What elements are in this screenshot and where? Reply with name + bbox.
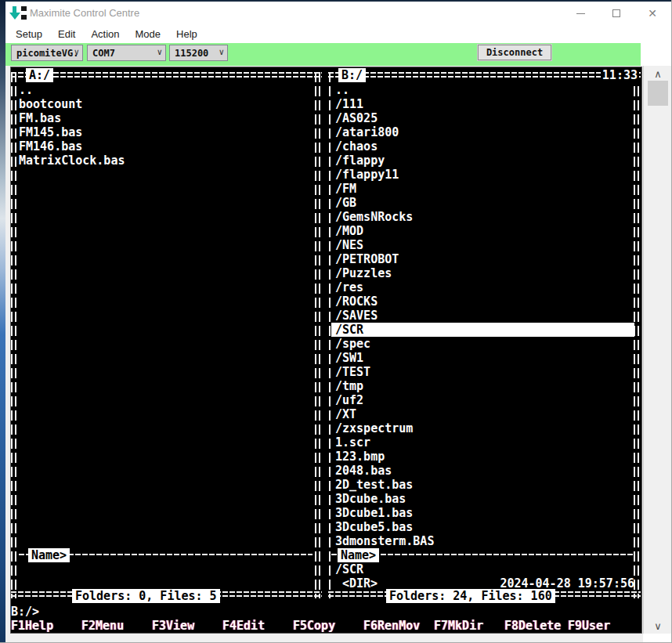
file-entry[interactable]: /uf2 — [331, 393, 634, 407]
selected-file-name: /SCR — [331, 562, 633, 576]
file-entry[interactable]: 3Dcube1.bas — [331, 506, 634, 520]
menu-item[interactable]: Edit — [50, 25, 83, 43]
left-pane-file-list: ..bootcountFM.basFM145.basFM146.basMatri… — [14, 83, 314, 168]
right-pane-name-label: Name> — [338, 548, 379, 562]
fkey[interactable]: F2Menu — [81, 619, 124, 633]
file-entry[interactable]: /MOD — [331, 224, 634, 238]
file-entry[interactable]: /atari800 — [331, 125, 634, 139]
function-key-bar: F1HelpF2MenuF3ViewF4EditF5CopyF6RenMovF7… — [11, 619, 641, 633]
file-entry[interactable]: 123.bmp — [331, 450, 634, 464]
fkey[interactable]: F7MkDir — [434, 619, 483, 633]
title-bar: Maximite Control Centre ✕ — [5, 2, 672, 25]
baud-rate-select[interactable]: 115200 ∨ — [169, 45, 228, 61]
menu-item[interactable]: Setup — [8, 25, 50, 43]
menu-item[interactable]: Mode — [128, 25, 169, 43]
file-entry[interactable]: bootcount — [14, 97, 314, 111]
left-pane-status: Folders: 0, Files: 5 — [72, 589, 220, 603]
right-pane-file-list: ../111/AS025/atari800/chaos/flappy/flapp… — [331, 83, 634, 548]
left-pane: A:/ ..bootcountFM.basFM145.basFM146.basM… — [11, 72, 322, 598]
file-entry[interactable]: /GemsNRocks — [331, 210, 634, 224]
fkey[interactable]: F4Edit — [222, 619, 265, 633]
command-prompt[interactable]: B:/> — [11, 605, 39, 619]
fkey[interactable]: F3View — [152, 619, 194, 633]
file-entry[interactable]: /111 — [331, 97, 634, 111]
chevron-down-icon: ∨ — [74, 47, 79, 57]
fkey[interactable]: F6RenMov — [363, 619, 420, 633]
vertical-scrollbar[interactable]: ∧ ∨ — [643, 66, 672, 634]
selected-file-type: <DIR> — [331, 576, 378, 591]
file-entry[interactable]: /Puzzles — [331, 266, 634, 280]
file-entry[interactable]: /GB — [331, 196, 634, 210]
desktop-edge-strip — [0, 0, 5, 642]
com-port-select[interactable]: COM7 ∨ — [87, 45, 166, 61]
baud-rate-select-value: 115200 — [175, 48, 208, 59]
terminal-screen: A:/ ..bootcountFM.basFM145.basFM146.basM… — [10, 67, 642, 634]
menu-item[interactable]: Help — [168, 25, 205, 43]
app-window: Maximite Control Centre ✕ SetupEditActio… — [0, 0, 672, 643]
file-entry[interactable]: /NES — [331, 238, 634, 252]
chevron-down-icon: ∨ — [157, 47, 162, 57]
file-entry[interactable]: FM145.bas — [14, 125, 314, 139]
file-entry[interactable]: /FM — [331, 182, 634, 196]
scroll-down-arrow-icon[interactable]: ∨ — [644, 618, 672, 634]
disconnect-button[interactable]: Disconnect — [478, 45, 551, 60]
file-entry[interactable]: /TEST — [331, 365, 634, 379]
file-entry[interactable]: /res — [331, 280, 634, 294]
file-entry[interactable]: 2D_test.bas — [331, 478, 634, 492]
fkey[interactable]: F9User — [568, 619, 610, 633]
scrollbar-thumb[interactable] — [648, 81, 668, 106]
file-entry[interactable]: 1.scr — [331, 435, 634, 450]
chevron-down-icon: ∨ — [219, 47, 224, 57]
fkey[interactable]: F8Delete — [504, 619, 561, 633]
menu-item[interactable]: Action — [83, 25, 127, 43]
maximize-button[interactable] — [598, 2, 634, 25]
file-entry[interactable]: /PETROBOT — [331, 252, 634, 266]
terminal-frame: A:/ ..bootcountFM.basFM145.basFM146.basM… — [5, 66, 643, 643]
right-pane: B:/ 11:33 ../111/AS025/atari800/chaos/fl… — [328, 72, 641, 598]
left-pane-title: A:/ — [26, 68, 53, 82]
file-entry[interactable]: MatrixClock.bas — [14, 154, 314, 168]
file-entry[interactable]: /SW1 — [331, 351, 634, 365]
minimize-button[interactable] — [562, 2, 598, 25]
com-port-select-value: COM7 — [92, 48, 115, 59]
right-pane-status: Folders: 24, Files: 160 — [386, 589, 555, 603]
device-select[interactable]: picomiteVG. ∨ — [11, 45, 83, 61]
file-entry[interactable]: 3dmonsterm.BAS — [331, 534, 634, 548]
scroll-up-arrow-icon[interactable]: ∧ — [644, 66, 672, 81]
window-controls: ✕ — [562, 2, 670, 25]
file-entry[interactable]: /spec — [331, 337, 634, 351]
file-entry[interactable]: FM146.bas — [14, 139, 314, 154]
maximize-icon — [612, 9, 620, 17]
file-entry[interactable]: /zxspectrum — [331, 421, 634, 435]
file-entry[interactable]: /SCR — [331, 323, 634, 337]
file-entry[interactable]: 3Dcube5.bas — [331, 520, 634, 534]
right-pane-title: B:/ — [338, 68, 366, 82]
file-entry[interactable]: /flappy11 — [331, 168, 634, 182]
file-entry[interactable]: /chaos — [331, 139, 634, 154]
close-icon: ✕ — [648, 8, 657, 19]
file-entry[interactable]: /SAVES — [331, 309, 634, 323]
left-pane-name-label: Name> — [28, 548, 70, 562]
file-entry[interactable]: /ROCKS — [331, 294, 634, 309]
connection-toolbar: picomiteVG. ∨ COM7 ∨ 115200 ∨ Disconnect — [5, 43, 641, 66]
file-entry[interactable]: /AS025 — [331, 111, 634, 125]
window-title: Maximite Control Centre — [30, 7, 139, 19]
file-entry[interactable]: .. — [331, 83, 634, 97]
file-entry[interactable]: /flappy — [331, 154, 634, 168]
close-button[interactable]: ✕ — [634, 2, 670, 25]
file-entry[interactable]: 2048.bas — [331, 464, 634, 478]
file-entry[interactable]: FM.bas — [14, 111, 314, 125]
app-icon — [9, 5, 27, 21]
clock: 11:33 — [601, 68, 639, 82]
menu-bar: SetupEditActionModeHelp — [5, 25, 672, 43]
device-select-value: picomiteVG. — [16, 48, 78, 59]
file-entry[interactable]: /XT — [331, 407, 634, 421]
file-entry[interactable]: .. — [14, 83, 314, 97]
file-entry[interactable]: /tmp — [331, 379, 634, 393]
file-entry[interactable]: 3Dcube.bas — [331, 492, 634, 506]
fkey[interactable]: F5Copy — [293, 619, 335, 633]
minimize-icon — [576, 13, 585, 14]
fkey[interactable]: F1Help — [11, 619, 53, 633]
